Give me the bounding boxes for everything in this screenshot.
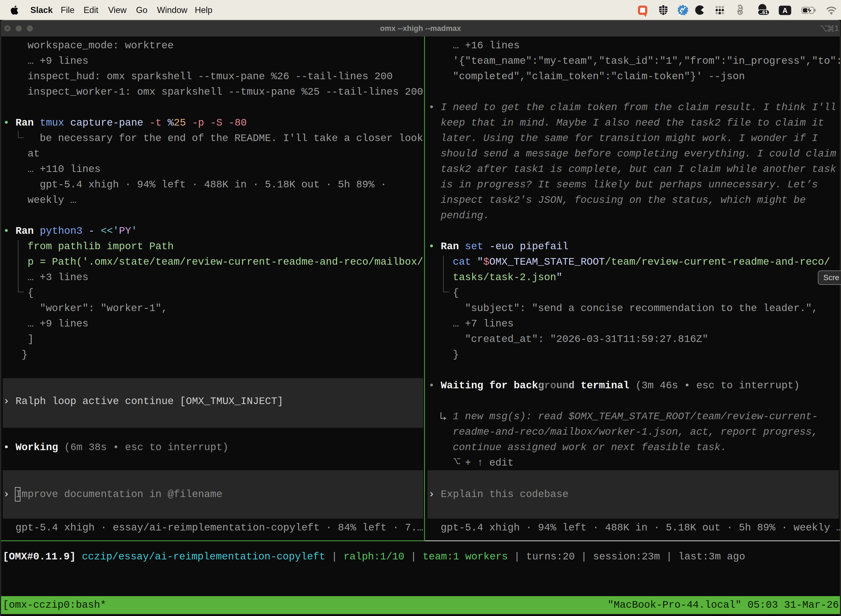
svg-text:A: A (782, 7, 787, 14)
svg-text:..61: ..61 (760, 10, 768, 15)
